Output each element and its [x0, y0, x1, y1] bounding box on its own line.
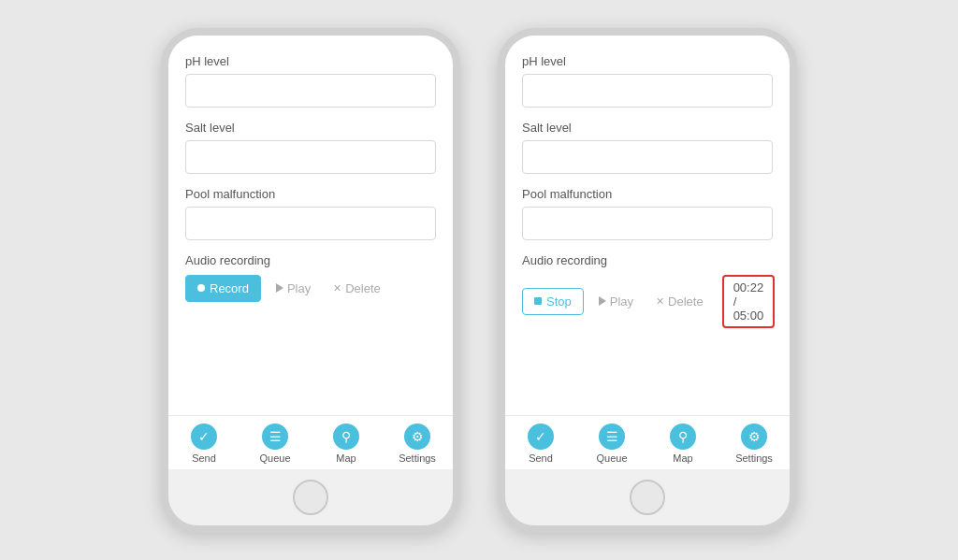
phone-bottom-left — [168, 469, 453, 525]
play-button-left[interactable]: Play — [267, 276, 320, 301]
delete-icon-right: ✕ — [656, 295, 664, 308]
delete-button-right[interactable]: ✕ Delete — [648, 289, 711, 314]
phone-left-screen: pH level Salt level Pool malfunction Aud… — [168, 36, 453, 469]
salt-label-left: Salt level — [185, 121, 436, 135]
nav-queue-left[interactable]: ☰ Queue — [240, 424, 311, 464]
home-button-left[interactable] — [293, 480, 328, 515]
stop-button-right[interactable]: Stop — [522, 288, 584, 315]
phone-right: pH level Salt level Pool malfunction Aud… — [498, 28, 797, 533]
map-icon-left: ⚲ — [333, 424, 359, 450]
bottom-nav-left: ✓ Send ☰ Queue ⚲ Map ⚙ Settings — [168, 415, 453, 469]
stop-icon-right — [534, 297, 542, 305]
nav-settings-right[interactable]: ⚙ Settings — [718, 424, 790, 464]
play-icon-left — [276, 283, 283, 293]
nav-settings-left[interactable]: ⚙ Settings — [382, 424, 453, 464]
nav-queue-right[interactable]: ☰ Queue — [576, 424, 647, 464]
timer-display: 00:22 / 05:00 — [722, 275, 776, 328]
phone-left-content: pH level Salt level Pool malfunction Aud… — [168, 36, 453, 415]
salt-label-right: Salt level — [522, 121, 773, 135]
record-button-left[interactable]: Record — [185, 275, 261, 302]
salt-input-right[interactable] — [522, 140, 773, 174]
audio-controls-right: Stop Play ✕ Delete 00:22 / 05:00 — [522, 275, 773, 328]
salt-input-left[interactable] — [185, 140, 436, 174]
ph-label-left: pH level — [185, 54, 436, 68]
record-dot-icon — [197, 284, 205, 292]
delete-button-left[interactable]: ✕ Delete — [326, 276, 388, 301]
delete-icon-left: ✕ — [333, 282, 341, 294]
bottom-nav-right: ✓ Send ☰ Queue ⚲ Map ⚙ Settings — [505, 415, 790, 469]
nav-queue-label-left: Queue — [259, 452, 290, 464]
queue-icon-left: ☰ — [262, 424, 288, 450]
phones-container: pH level Salt level Pool malfunction Aud… — [161, 28, 797, 533]
audio-controls-left: Record Play ✕ Delete — [185, 275, 436, 302]
queue-icon-right: ☰ — [599, 424, 625, 450]
settings-icon-left: ⚙ — [404, 424, 430, 450]
send-icon-right: ✓ — [528, 424, 554, 450]
nav-map-right[interactable]: ⚲ Map — [647, 424, 718, 464]
audio-section-right: Audio recording Stop Play ✕ Delete — [522, 253, 773, 328]
malfunction-label-right: Pool malfunction — [522, 187, 773, 201]
nav-map-label-left: Map — [336, 452, 356, 464]
ph-input-right[interactable] — [522, 74, 773, 108]
nav-send-label-right: Send — [529, 452, 553, 464]
audio-label-left: Audio recording — [185, 253, 436, 267]
nav-settings-label-right: Settings — [735, 452, 773, 464]
malfunction-label-left: Pool malfunction — [185, 187, 436, 201]
nav-map-label-right: Map — [673, 452, 692, 464]
ph-label-right: pH level — [522, 54, 773, 68]
nav-send-right[interactable]: ✓ Send — [505, 424, 576, 464]
audio-label-right: Audio recording — [522, 253, 773, 267]
ph-input-left[interactable] — [185, 74, 436, 108]
malfunction-input-right[interactable] — [522, 207, 773, 240]
phone-left: pH level Salt level Pool malfunction Aud… — [161, 28, 460, 533]
home-button-right[interactable] — [630, 480, 665, 515]
nav-settings-label-left: Settings — [399, 452, 436, 464]
audio-section-left: Audio recording Record Play ✕ Delete — [185, 253, 436, 302]
nav-map-left[interactable]: ⚲ Map — [311, 424, 382, 464]
map-icon-right: ⚲ — [670, 424, 696, 450]
phone-bottom-right — [505, 469, 790, 525]
settings-icon-right: ⚙ — [741, 424, 767, 450]
phone-right-content: pH level Salt level Pool malfunction Aud… — [505, 36, 790, 415]
malfunction-input-left[interactable] — [185, 207, 436, 240]
nav-send-left[interactable]: ✓ Send — [168, 424, 240, 464]
phone-right-screen: pH level Salt level Pool malfunction Aud… — [505, 36, 790, 469]
play-button-right[interactable]: Play — [589, 289, 643, 314]
nav-send-label-left: Send — [192, 452, 216, 464]
send-icon-left: ✓ — [191, 424, 217, 450]
nav-queue-label-right: Queue — [596, 452, 627, 464]
play-icon-right — [599, 296, 606, 306]
